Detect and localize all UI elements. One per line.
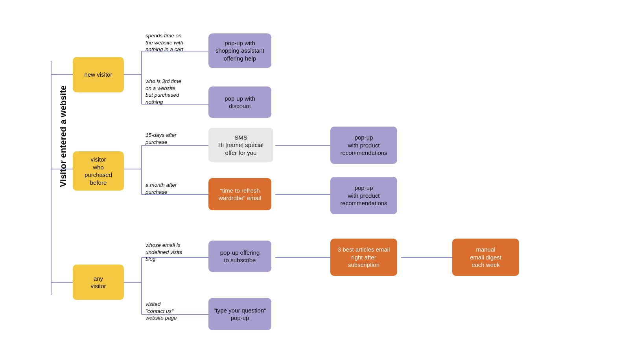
refresh-wardrobe-box: "time to refreshwardrobe" email (208, 178, 271, 210)
condition-third-time: who is 3rd timeon a websitebut purchased… (146, 78, 204, 105)
popup-product-rec-2-box: pop-upwith productrecommendations (330, 177, 397, 214)
popup-subscribe-box: pop-up offeringto subscribe (208, 241, 271, 272)
type-question-box: "type your question"pop-up (208, 298, 271, 330)
manual-digest-box: manualemail digesteach week (452, 239, 519, 276)
condition-month-after: a month afterpurchase (146, 182, 204, 195)
popup-discount-box: pop-up withdiscount (208, 86, 271, 118)
condition-15days: 15-days afterpurchase (146, 132, 204, 145)
popup-shopping-box: pop-up withshopping assistantoffering he… (208, 33, 271, 68)
sms-box: SMSHi [name] specialoffer for you (208, 128, 273, 162)
purchased-before-box: visitorwhopurchasedbefore (73, 151, 124, 191)
popup-product-rec-1-box: pop-upwith productrecommendations (330, 127, 397, 164)
new-visitor-box: new visitor (73, 57, 124, 92)
diagram: Visitor entered a website (0, 0, 619, 364)
condition-email-undefined: whose email isundefined visitsblog (146, 242, 204, 263)
any-visitor-box: anyvisitor (73, 265, 124, 300)
best-articles-box: 3 best articles emailright aftersubscrip… (330, 239, 397, 276)
page-title: Visitor entered a website (58, 85, 68, 187)
condition-contact-us: visited"contact us"website page (146, 301, 204, 322)
condition-spends-time: spends time onthe website withnothing in… (146, 32, 204, 53)
